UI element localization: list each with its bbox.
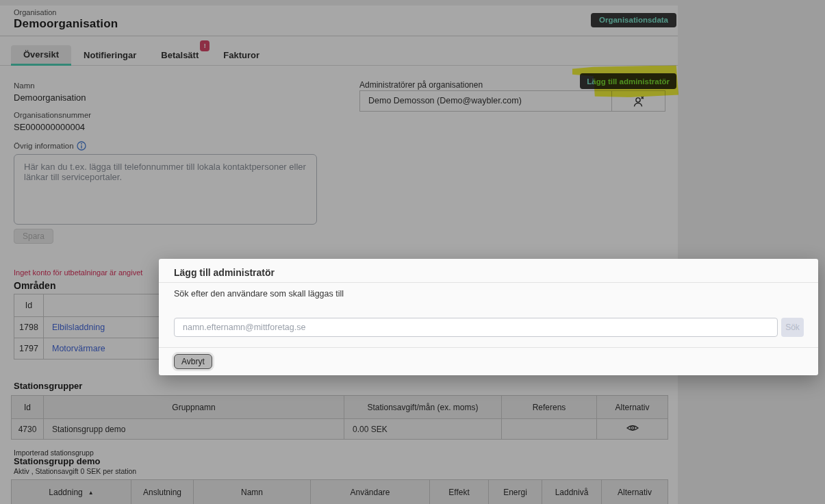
modal-search-label: Sök efter den användare som skall läggas… — [174, 289, 344, 299]
search-button[interactable]: Sök — [781, 318, 804, 337]
screen: Organisation Demoorganisation Organisati… — [0, 0, 825, 504]
modal-title: Lägg till administratör — [174, 267, 275, 278]
add-admin-modal: Lägg till administratör Sök efter den an… — [159, 259, 818, 375]
cancel-button[interactable]: Avbryt — [174, 354, 212, 369]
modal-divider — [159, 282, 818, 283]
admin-search-input[interactable] — [174, 318, 778, 337]
modal-backdrop[interactable] — [0, 0, 825, 504]
modal-footer-divider — [159, 347, 818, 348]
